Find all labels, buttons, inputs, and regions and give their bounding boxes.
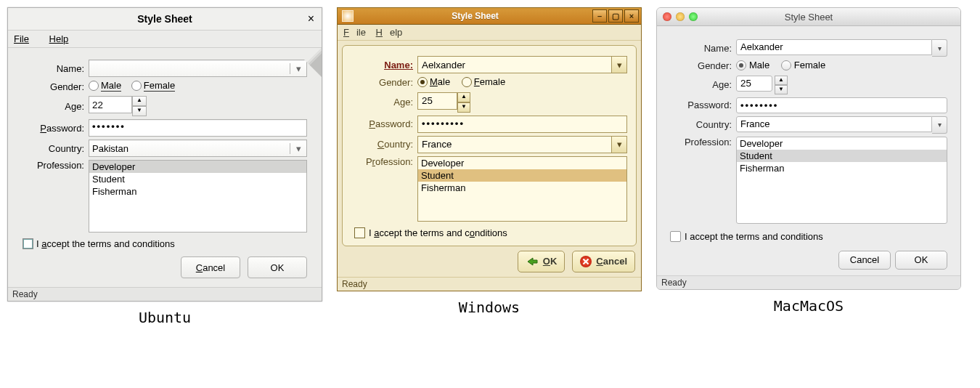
chevron-down-icon[interactable]: ▾: [612, 56, 627, 73]
gender-group: Male Female: [417, 76, 514, 89]
radio-female[interactable]: Female: [131, 80, 175, 92]
label-age: Age:: [670, 79, 736, 90]
menubar: File Help: [338, 25, 641, 41]
password-input[interactable]: •••••••: [89, 119, 307, 137]
spin-down-icon[interactable]: ▼: [775, 85, 788, 94]
radio-female[interactable]: Female: [781, 60, 825, 70]
form-panel: Name: ▾ Gender: Male Female Age: ▲▼ Pass…: [342, 45, 637, 246]
radio-male[interactable]: Male: [89, 80, 121, 92]
list-item[interactable]: Developer: [89, 161, 306, 173]
ok-button[interactable]: OK: [518, 251, 565, 272]
titlebar[interactable]: Style Sheet – ▢ ×: [338, 8, 641, 25]
form-panel: Name: ▾ Gender: Male Female Age: ▲▼ Pass…: [8, 48, 322, 287]
chevron-down-icon[interactable]: ▾: [290, 143, 306, 154]
label-gender: Gender:: [23, 81, 89, 92]
checkbox-icon[interactable]: [354, 227, 365, 238]
gender-group: Male Female: [736, 60, 834, 73]
spin-down-icon[interactable]: ▼: [457, 102, 470, 113]
cancel-button[interactable]: Cancel: [838, 251, 891, 270]
list-item[interactable]: Fisherman: [418, 182, 626, 194]
password-input[interactable]: ••••••••: [736, 97, 947, 113]
age-input[interactable]: [736, 76, 772, 92]
terms-label: I accept the terms and conditions: [685, 231, 823, 242]
chevron-down-icon[interactable]: ▾: [290, 63, 306, 74]
cancel-button[interactable]: Cancel: [181, 256, 240, 278]
list-item[interactable]: Student: [89, 173, 306, 185]
ok-button[interactable]: OK: [248, 256, 307, 278]
label-age: Age:: [351, 97, 417, 108]
window-title: Style Sheet: [657, 12, 960, 23]
spin-up-icon[interactable]: ▲: [132, 96, 147, 106]
cancel-button[interactable]: Cancel: [572, 251, 635, 272]
menu-help[interactable]: Help: [376, 27, 403, 38]
age-input[interactable]: [89, 96, 132, 113]
age-input[interactable]: [417, 92, 457, 110]
label-name: Name:: [670, 43, 736, 54]
gender-group: Male Female: [89, 80, 182, 93]
name-combo[interactable]: Aelxander ▾: [736, 39, 947, 57]
label-password: Password:: [351, 118, 417, 129]
checkbox-icon[interactable]: [670, 231, 681, 242]
titlebar[interactable]: Style Sheet ×: [8, 8, 322, 31]
list-item[interactable]: Student: [418, 169, 626, 182]
country-combo[interactable]: France ▾: [736, 116, 947, 134]
maximize-icon[interactable]: ▢: [608, 9, 623, 23]
terms-label: I accept the terms and conditions: [36, 238, 175, 249]
name-combo[interactable]: ▾: [417, 56, 627, 73]
label-profession: Profession:: [670, 137, 736, 147]
close-icon[interactable]: ×: [308, 12, 314, 25]
spin-down-icon[interactable]: ▼: [132, 106, 147, 116]
window-title: Style Sheet: [358, 11, 592, 21]
list-item[interactable]: Student: [737, 150, 947, 162]
spin-up-icon[interactable]: ▲: [775, 76, 788, 85]
minimize-icon[interactable]: –: [592, 9, 607, 23]
radio-dot-icon: [417, 77, 428, 87]
radio-female[interactable]: Female: [462, 76, 505, 87]
label-password: Password:: [670, 100, 736, 110]
caption-macos: MacMacOS: [774, 297, 844, 315]
label-profession: Profession:: [351, 156, 417, 167]
terms-row[interactable]: I accept the terms and conditions: [23, 238, 307, 249]
titlebar[interactable]: Style Sheet: [657, 8, 960, 26]
terms-label: I accept the terms and conditions: [369, 227, 507, 238]
menu-file[interactable]: File: [343, 27, 366, 38]
radio-male[interactable]: Male: [417, 76, 450, 87]
window-ubuntu: Style Sheet × File Help Name: ▾ Gender: …: [7, 7, 322, 302]
list-item[interactable]: Developer: [418, 157, 626, 169]
menu-help[interactable]: Help: [49, 33, 78, 44]
profession-list[interactable]: Developer Student Fisherman: [89, 160, 307, 233]
checkbox-icon[interactable]: [23, 238, 33, 249]
chevron-down-icon[interactable]: ▾: [932, 39, 947, 57]
window-windows: Style Sheet – ▢ × File Help Name: ▾ Gend…: [337, 7, 642, 291]
label-age: Age:: [23, 101, 89, 112]
profession-list[interactable]: Developer Student Fisherman: [736, 137, 947, 224]
label-gender: Gender:: [351, 77, 417, 88]
name-combo[interactable]: ▾: [89, 60, 307, 77]
list-item[interactable]: Developer: [737, 137, 947, 150]
chevron-down-icon[interactable]: ▾: [932, 116, 947, 134]
name-input[interactable]: [417, 56, 612, 73]
chevron-down-icon[interactable]: ▾: [612, 136, 627, 153]
terms-row[interactable]: I accept the terms and conditions: [351, 227, 627, 238]
menu-file[interactable]: File: [14, 33, 38, 44]
country-combo[interactable]: ▾: [417, 136, 627, 153]
ok-button[interactable]: OK: [895, 251, 947, 270]
caption-windows: Windows: [459, 299, 520, 316]
age-spinbox[interactable]: ▲▼: [736, 76, 788, 94]
profession-list[interactable]: Developer Student Fisherman: [417, 156, 627, 222]
spin-up-icon[interactable]: ▲: [457, 92, 470, 102]
list-item[interactable]: Fisherman: [737, 162, 947, 174]
app-icon: [342, 10, 354, 22]
radio-male[interactable]: Male: [736, 60, 769, 70]
password-input[interactable]: •••••••••: [417, 116, 627, 133]
window-title: Style Sheet: [137, 13, 192, 25]
age-spinbox[interactable]: ▲▼: [89, 96, 147, 116]
list-item[interactable]: Fisherman: [89, 185, 306, 198]
country-combo[interactable]: Pakistan ▾: [89, 140, 307, 157]
close-icon[interactable]: ×: [624, 9, 639, 23]
terms-row[interactable]: I accept the terms and conditions: [670, 231, 947, 242]
label-password: Password:: [23, 123, 89, 134]
country-value[interactable]: [417, 136, 612, 153]
radio-dot-icon: [781, 60, 791, 70]
age-spinbox[interactable]: ▲▼: [417, 92, 470, 113]
